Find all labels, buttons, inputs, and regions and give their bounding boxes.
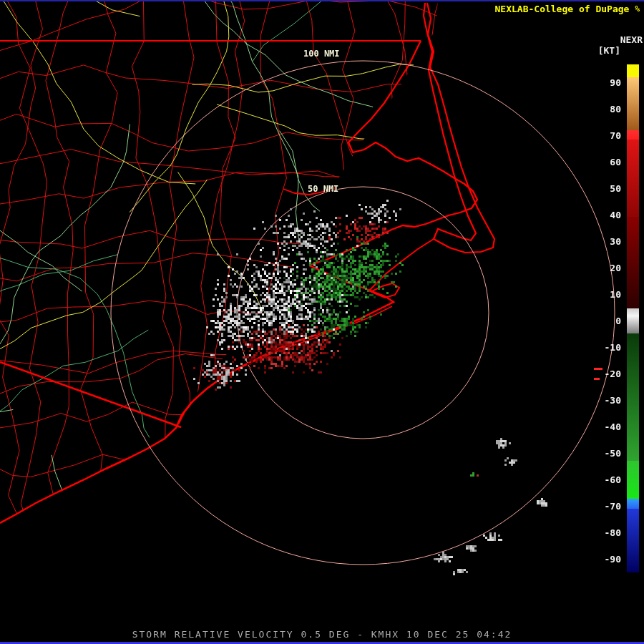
brand-label: NEXLAB-College of DuPage [495, 4, 630, 14]
units-label: [KT] [598, 45, 620, 56]
brand-text: NEXLAB-College of DuPage % [495, 4, 640, 14]
range-ring-label-100nmi: 100 NMI [303, 49, 340, 59]
range-ring-label-50nmi: 50 NMI [308, 184, 338, 194]
velocity-colorbar [627, 64, 639, 572]
colorbar-data-marker [594, 378, 600, 380]
top-border-line [0, 0, 644, 1]
colorbar-data-marker [594, 368, 602, 370]
status-text: STORM RELATIVE VELOCITY 0.5 DEG - KMHX 1… [0, 629, 644, 640]
brand-glyph-icon: % [635, 4, 640, 14]
product-label: NEXR [620, 34, 643, 45]
radar-viewer: 100 NMI 50 NMI NEXLAB-College of DuPage … [0, 0, 644, 644]
radar-map-canvas [0, 0, 644, 644]
